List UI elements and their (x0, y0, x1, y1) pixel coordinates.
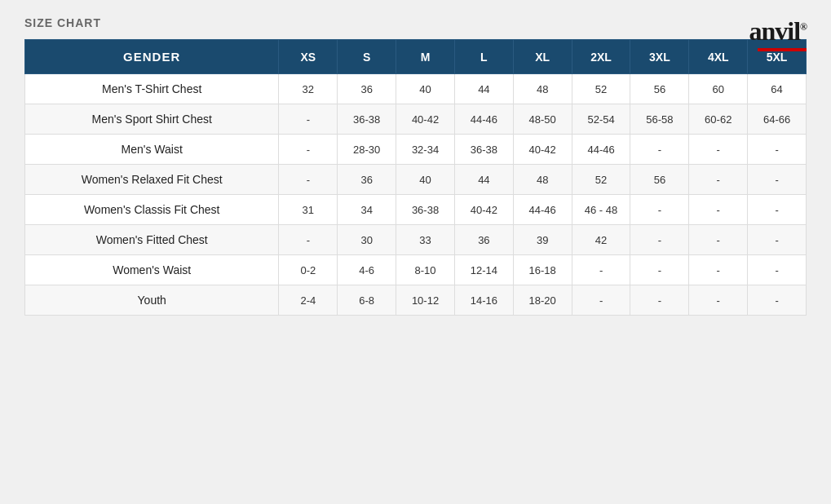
row-label-2: Men's Waist (25, 135, 279, 165)
cell-7-0: 2-4 (279, 285, 338, 316)
cell-7-1: 6-8 (338, 285, 396, 316)
table-row: Women's Classis Fit Chest313436-3840-424… (25, 195, 807, 225)
cell-2-5: 44-46 (572, 135, 630, 165)
cell-5-0: - (279, 225, 338, 255)
cell-6-7: - (689, 255, 748, 285)
cell-3-4: 48 (513, 165, 572, 195)
gender-header: GENDER (25, 40, 279, 74)
cell-7-6: - (630, 285, 689, 316)
cell-0-5: 52 (572, 74, 630, 104)
cell-4-6: - (630, 195, 689, 225)
cell-5-1: 30 (338, 225, 396, 255)
cell-3-0: - (279, 165, 338, 195)
cell-0-2: 40 (396, 74, 455, 104)
table-row: Men's Waist-28-3032-3436-3840-4244-46--- (25, 135, 807, 165)
cell-2-7: - (689, 135, 748, 165)
cell-6-2: 8-10 (396, 255, 455, 285)
cell-5-8: - (748, 225, 807, 255)
cell-3-1: 36 (338, 165, 396, 195)
cell-4-0: 31 (279, 195, 338, 225)
cell-6-3: 12-14 (454, 255, 513, 285)
cell-4-4: 44-46 (513, 195, 572, 225)
page-wrapper: anvil® SIZE CHART GENDERXSSMLXL2XL3XL4XL… (0, 0, 831, 504)
size-header-4xl: 4XL (689, 40, 748, 74)
row-label-7: Youth (25, 285, 279, 316)
anvil-logo: anvil® (749, 16, 807, 51)
cell-0-7: 60 (689, 74, 748, 104)
cell-3-8: - (748, 165, 807, 195)
cell-0-1: 36 (338, 74, 396, 104)
cell-1-1: 36-38 (338, 104, 396, 135)
cell-1-5: 52-54 (572, 104, 630, 135)
cell-1-6: 56-58 (630, 104, 689, 135)
cell-0-6: 56 (630, 74, 689, 104)
cell-5-2: 33 (396, 225, 455, 255)
size-header-s: S (338, 40, 396, 74)
cell-4-3: 40-42 (454, 195, 513, 225)
logo-text: anvil® (749, 16, 807, 46)
cell-5-4: 39 (513, 225, 572, 255)
cell-5-6: - (630, 225, 689, 255)
cell-2-2: 32-34 (396, 135, 455, 165)
cell-0-8: 64 (748, 74, 807, 104)
cell-4-2: 36-38 (396, 195, 455, 225)
cell-2-3: 36-38 (454, 135, 513, 165)
cell-1-8: 64-66 (748, 104, 807, 135)
cell-2-0: - (279, 135, 338, 165)
cell-4-8: - (748, 195, 807, 225)
cell-2-4: 40-42 (513, 135, 572, 165)
table-row: Women's Relaxed Fit Chest-364044485256-- (25, 165, 807, 195)
size-table: GENDERXSSMLXL2XL3XL4XL5XL Men's T-Shirt … (24, 39, 807, 316)
cell-1-7: 60-62 (689, 104, 748, 135)
row-label-1: Men's Sport Shirt Chest (25, 104, 279, 135)
cell-0-3: 44 (454, 74, 513, 104)
row-label-3: Women's Relaxed Fit Chest (25, 165, 279, 195)
size-chart-title: SIZE CHART (24, 16, 807, 29)
cell-3-5: 52 (572, 165, 630, 195)
table-row: Women's Fitted Chest-3033363942--- (25, 225, 807, 255)
cell-7-4: 18-20 (513, 285, 572, 316)
table-row: Men's T-Shirt Chest323640444852566064 (25, 74, 807, 104)
cell-3-7: - (689, 165, 748, 195)
cell-3-6: 56 (630, 165, 689, 195)
cell-0-0: 32 (279, 74, 338, 104)
cell-7-7: - (689, 285, 748, 316)
cell-7-5: - (572, 285, 630, 316)
size-header-xl: XL (513, 40, 572, 74)
cell-1-2: 40-42 (396, 104, 455, 135)
cell-7-2: 10-12 (396, 285, 455, 316)
cell-5-7: - (689, 225, 748, 255)
cell-0-4: 48 (513, 74, 572, 104)
size-header-xs: XS (279, 40, 338, 74)
cell-1-0: - (279, 104, 338, 135)
cell-5-5: 42 (572, 225, 630, 255)
cell-5-3: 36 (454, 225, 513, 255)
row-label-5: Women's Fitted Chest (25, 225, 279, 255)
cell-4-7: - (689, 195, 748, 225)
cell-6-6: - (630, 255, 689, 285)
cell-2-8: - (748, 135, 807, 165)
cell-7-8: - (748, 285, 807, 316)
size-header-3xl: 3XL (630, 40, 689, 74)
cell-2-6: - (630, 135, 689, 165)
cell-1-4: 48-50 (513, 104, 572, 135)
cell-3-2: 40 (396, 165, 455, 195)
cell-7-3: 14-16 (454, 285, 513, 316)
logo-bar (758, 48, 807, 51)
cell-6-0: 0-2 (279, 255, 338, 285)
row-label-0: Men's T-Shirt Chest (25, 74, 279, 104)
size-header-2xl: 2XL (572, 40, 630, 74)
table-row: Youth2-46-810-1214-1618-20---- (25, 285, 807, 316)
cell-4-5: 46 - 48 (572, 195, 630, 225)
cell-6-8: - (748, 255, 807, 285)
table-header-row: GENDERXSSMLXL2XL3XL4XL5XL (25, 40, 807, 74)
cell-6-5: - (572, 255, 630, 285)
table-row: Women's Waist0-24-68-1012-1416-18---- (25, 255, 807, 285)
cell-6-1: 4-6 (338, 255, 396, 285)
cell-1-3: 44-46 (454, 104, 513, 135)
cell-4-1: 34 (338, 195, 396, 225)
size-header-l: L (454, 40, 513, 74)
row-label-4: Women's Classis Fit Chest (25, 195, 279, 225)
cell-2-1: 28-30 (338, 135, 396, 165)
row-label-6: Women's Waist (25, 255, 279, 285)
